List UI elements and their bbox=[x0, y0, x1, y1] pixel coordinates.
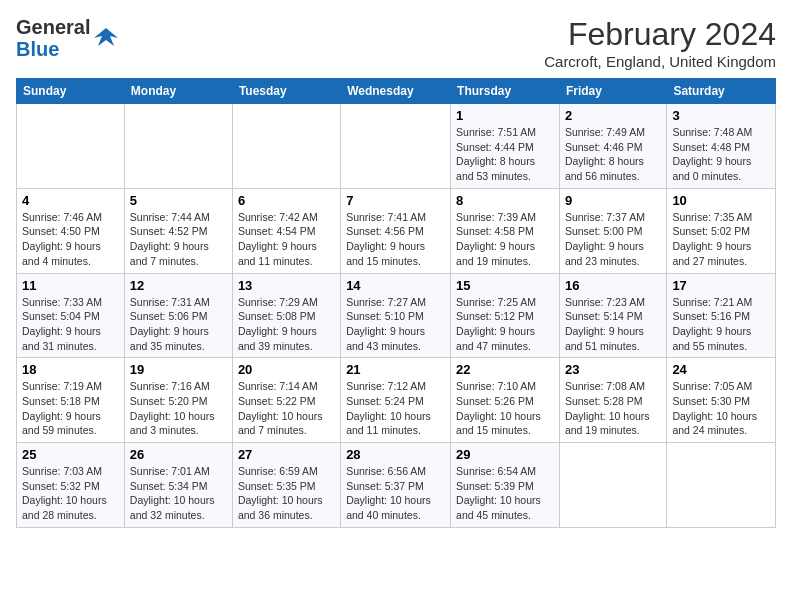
calendar-cell: 4Sunrise: 7:46 AMSunset: 4:50 PMDaylight… bbox=[17, 188, 125, 273]
day-info: Sunrise: 7:29 AMSunset: 5:08 PMDaylight:… bbox=[238, 295, 335, 354]
day-number: 18 bbox=[22, 362, 119, 377]
day-number: 22 bbox=[456, 362, 554, 377]
title-block: February 2024 Carcroft, England, United … bbox=[544, 16, 776, 70]
calendar-cell: 27Sunrise: 6:59 AMSunset: 5:35 PMDayligh… bbox=[232, 443, 340, 528]
col-header-thursday: Thursday bbox=[451, 79, 560, 104]
calendar-cell bbox=[232, 104, 340, 189]
calendar-cell: 20Sunrise: 7:14 AMSunset: 5:22 PMDayligh… bbox=[232, 358, 340, 443]
day-number: 27 bbox=[238, 447, 335, 462]
day-number: 16 bbox=[565, 278, 661, 293]
day-number: 4 bbox=[22, 193, 119, 208]
calendar-cell: 9Sunrise: 7:37 AMSunset: 5:00 PMDaylight… bbox=[559, 188, 666, 273]
calendar-cell: 24Sunrise: 7:05 AMSunset: 5:30 PMDayligh… bbox=[667, 358, 776, 443]
day-number: 17 bbox=[672, 278, 770, 293]
col-header-wednesday: Wednesday bbox=[341, 79, 451, 104]
calendar-cell: 21Sunrise: 7:12 AMSunset: 5:24 PMDayligh… bbox=[341, 358, 451, 443]
calendar-cell: 5Sunrise: 7:44 AMSunset: 4:52 PMDaylight… bbox=[124, 188, 232, 273]
day-number: 15 bbox=[456, 278, 554, 293]
logo-bird-icon bbox=[92, 24, 120, 52]
day-info: Sunrise: 7:10 AMSunset: 5:26 PMDaylight:… bbox=[456, 379, 554, 438]
calendar-table: SundayMondayTuesdayWednesdayThursdayFrid… bbox=[16, 78, 776, 528]
day-number: 11 bbox=[22, 278, 119, 293]
page-header: General Blue February 2024 Carcroft, Eng… bbox=[16, 16, 776, 70]
day-number: 3 bbox=[672, 108, 770, 123]
calendar-cell: 29Sunrise: 6:54 AMSunset: 5:39 PMDayligh… bbox=[451, 443, 560, 528]
calendar-cell bbox=[559, 443, 666, 528]
month-title: February 2024 bbox=[544, 16, 776, 53]
calendar-cell bbox=[341, 104, 451, 189]
day-info: Sunrise: 7:39 AMSunset: 4:58 PMDaylight:… bbox=[456, 210, 554, 269]
day-info: Sunrise: 7:23 AMSunset: 5:14 PMDaylight:… bbox=[565, 295, 661, 354]
day-info: Sunrise: 7:51 AMSunset: 4:44 PMDaylight:… bbox=[456, 125, 554, 184]
calendar-cell bbox=[124, 104, 232, 189]
day-info: Sunrise: 7:19 AMSunset: 5:18 PMDaylight:… bbox=[22, 379, 119, 438]
day-info: Sunrise: 7:16 AMSunset: 5:20 PMDaylight:… bbox=[130, 379, 227, 438]
day-number: 1 bbox=[456, 108, 554, 123]
calendar-cell: 16Sunrise: 7:23 AMSunset: 5:14 PMDayligh… bbox=[559, 273, 666, 358]
calendar-cell bbox=[17, 104, 125, 189]
col-header-sunday: Sunday bbox=[17, 79, 125, 104]
calendar-cell: 18Sunrise: 7:19 AMSunset: 5:18 PMDayligh… bbox=[17, 358, 125, 443]
day-info: Sunrise: 7:42 AMSunset: 4:54 PMDaylight:… bbox=[238, 210, 335, 269]
day-info: Sunrise: 7:08 AMSunset: 5:28 PMDaylight:… bbox=[565, 379, 661, 438]
calendar-cell: 13Sunrise: 7:29 AMSunset: 5:08 PMDayligh… bbox=[232, 273, 340, 358]
day-number: 20 bbox=[238, 362, 335, 377]
location: Carcroft, England, United Kingdom bbox=[544, 53, 776, 70]
day-number: 8 bbox=[456, 193, 554, 208]
day-number: 25 bbox=[22, 447, 119, 462]
calendar-cell: 10Sunrise: 7:35 AMSunset: 5:02 PMDayligh… bbox=[667, 188, 776, 273]
day-number: 28 bbox=[346, 447, 445, 462]
calendar-cell: 12Sunrise: 7:31 AMSunset: 5:06 PMDayligh… bbox=[124, 273, 232, 358]
calendar-cell bbox=[667, 443, 776, 528]
calendar-cell: 14Sunrise: 7:27 AMSunset: 5:10 PMDayligh… bbox=[341, 273, 451, 358]
day-info: Sunrise: 7:31 AMSunset: 5:06 PMDaylight:… bbox=[130, 295, 227, 354]
day-number: 14 bbox=[346, 278, 445, 293]
calendar-cell: 2Sunrise: 7:49 AMSunset: 4:46 PMDaylight… bbox=[559, 104, 666, 189]
day-number: 13 bbox=[238, 278, 335, 293]
day-info: Sunrise: 7:33 AMSunset: 5:04 PMDaylight:… bbox=[22, 295, 119, 354]
calendar-cell: 22Sunrise: 7:10 AMSunset: 5:26 PMDayligh… bbox=[451, 358, 560, 443]
calendar-cell: 11Sunrise: 7:33 AMSunset: 5:04 PMDayligh… bbox=[17, 273, 125, 358]
day-info: Sunrise: 7:35 AMSunset: 5:02 PMDaylight:… bbox=[672, 210, 770, 269]
day-number: 2 bbox=[565, 108, 661, 123]
day-info: Sunrise: 7:05 AMSunset: 5:30 PMDaylight:… bbox=[672, 379, 770, 438]
day-info: Sunrise: 7:41 AMSunset: 4:56 PMDaylight:… bbox=[346, 210, 445, 269]
col-header-tuesday: Tuesday bbox=[232, 79, 340, 104]
calendar-cell: 25Sunrise: 7:03 AMSunset: 5:32 PMDayligh… bbox=[17, 443, 125, 528]
calendar-cell: 6Sunrise: 7:42 AMSunset: 4:54 PMDaylight… bbox=[232, 188, 340, 273]
day-number: 19 bbox=[130, 362, 227, 377]
day-number: 24 bbox=[672, 362, 770, 377]
day-info: Sunrise: 7:01 AMSunset: 5:34 PMDaylight:… bbox=[130, 464, 227, 523]
day-info: Sunrise: 7:03 AMSunset: 5:32 PMDaylight:… bbox=[22, 464, 119, 523]
calendar-cell: 15Sunrise: 7:25 AMSunset: 5:12 PMDayligh… bbox=[451, 273, 560, 358]
day-info: Sunrise: 7:14 AMSunset: 5:22 PMDaylight:… bbox=[238, 379, 335, 438]
day-info: Sunrise: 6:54 AMSunset: 5:39 PMDaylight:… bbox=[456, 464, 554, 523]
calendar-cell: 26Sunrise: 7:01 AMSunset: 5:34 PMDayligh… bbox=[124, 443, 232, 528]
svg-marker-0 bbox=[94, 28, 118, 46]
day-number: 9 bbox=[565, 193, 661, 208]
calendar-cell: 23Sunrise: 7:08 AMSunset: 5:28 PMDayligh… bbox=[559, 358, 666, 443]
calendar-cell: 8Sunrise: 7:39 AMSunset: 4:58 PMDaylight… bbox=[451, 188, 560, 273]
calendar-cell: 19Sunrise: 7:16 AMSunset: 5:20 PMDayligh… bbox=[124, 358, 232, 443]
day-number: 10 bbox=[672, 193, 770, 208]
day-number: 7 bbox=[346, 193, 445, 208]
day-info: Sunrise: 7:12 AMSunset: 5:24 PMDaylight:… bbox=[346, 379, 445, 438]
col-header-friday: Friday bbox=[559, 79, 666, 104]
day-number: 26 bbox=[130, 447, 227, 462]
calendar-cell: 3Sunrise: 7:48 AMSunset: 4:48 PMDaylight… bbox=[667, 104, 776, 189]
col-header-monday: Monday bbox=[124, 79, 232, 104]
logo-text-blue: Blue bbox=[16, 38, 59, 60]
logo-text-general: General bbox=[16, 16, 90, 38]
day-number: 5 bbox=[130, 193, 227, 208]
day-info: Sunrise: 7:46 AMSunset: 4:50 PMDaylight:… bbox=[22, 210, 119, 269]
day-number: 21 bbox=[346, 362, 445, 377]
day-info: Sunrise: 7:48 AMSunset: 4:48 PMDaylight:… bbox=[672, 125, 770, 184]
logo: General Blue bbox=[16, 16, 120, 60]
day-info: Sunrise: 7:49 AMSunset: 4:46 PMDaylight:… bbox=[565, 125, 661, 184]
day-info: Sunrise: 6:59 AMSunset: 5:35 PMDaylight:… bbox=[238, 464, 335, 523]
calendar-cell: 28Sunrise: 6:56 AMSunset: 5:37 PMDayligh… bbox=[341, 443, 451, 528]
day-number: 6 bbox=[238, 193, 335, 208]
day-info: Sunrise: 7:27 AMSunset: 5:10 PMDaylight:… bbox=[346, 295, 445, 354]
day-info: Sunrise: 7:21 AMSunset: 5:16 PMDaylight:… bbox=[672, 295, 770, 354]
col-header-saturday: Saturday bbox=[667, 79, 776, 104]
